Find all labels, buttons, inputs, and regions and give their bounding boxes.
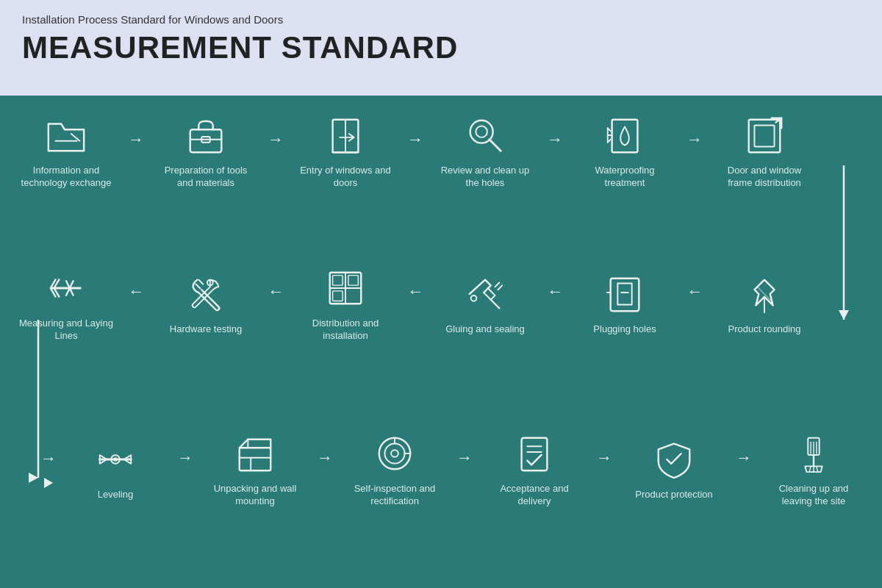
step-label: Cleaning up and leaving the site <box>766 483 861 508</box>
arrow-r3-1: → <box>177 448 193 467</box>
main-content: Information and technology exchange → Pr… <box>0 96 882 588</box>
self-inspect-icon <box>371 430 418 477</box>
measure-icon <box>43 265 90 312</box>
step-plugging: Plugging holes <box>566 270 684 336</box>
svg-line-55 <box>809 466 811 472</box>
step-label: Leveling <box>98 489 133 501</box>
process-row-2: Measuring and Laying Lines → Hardware te… <box>7 265 823 343</box>
arrow-r3-3: → <box>456 448 473 467</box>
step-gluing: Gluing and sealing <box>426 270 544 336</box>
frame-out-icon <box>741 112 788 159</box>
door-enter-icon <box>322 112 369 159</box>
folder-icon <box>43 112 90 159</box>
svg-line-10 <box>490 140 501 151</box>
level-icon <box>92 436 139 483</box>
step-tools-prep: Preparation of tools and materials <box>147 112 265 190</box>
step-label: Review and clean up the holes <box>437 165 533 190</box>
cleanup-icon <box>790 430 837 477</box>
step-label: Entry of windows and doors <box>298 165 393 190</box>
svg-rect-41 <box>240 448 271 470</box>
svg-line-1 <box>71 134 80 141</box>
svg-rect-2 <box>190 129 222 152</box>
step-leveling: Leveling <box>57 436 174 501</box>
arrow-left-5: → <box>686 283 703 302</box>
svg-point-11 <box>476 126 487 137</box>
step-label: Distribution and installation <box>298 318 393 343</box>
svg-rect-30 <box>333 276 343 286</box>
arrow-3: → <box>407 130 423 149</box>
process-row-1: Information and technology exchange → Pr… <box>7 112 823 190</box>
arrow-left-1: → <box>128 283 144 302</box>
svg-rect-12 <box>612 120 638 152</box>
step-label: Measuring and Laying Lines <box>18 318 114 343</box>
unpack-icon <box>232 430 279 477</box>
step-hardware: Hardware testing <box>147 270 265 336</box>
waterproof-icon <box>601 112 648 159</box>
shield-icon <box>650 436 698 483</box>
step-label: Self-inspection and rectification <box>347 483 442 508</box>
svg-rect-16 <box>754 125 774 146</box>
header-subtitle: Installation Process Standard for Window… <box>22 13 860 26</box>
step-waterproofing: Waterproofing treatment <box>566 112 684 190</box>
arrow-left-2: → <box>268 283 284 302</box>
svg-rect-31 <box>348 276 359 286</box>
step-label: Plugging holes <box>593 323 656 336</box>
accept-icon <box>511 430 558 477</box>
pin-icon <box>741 270 788 318</box>
arrow-1: → <box>128 130 144 149</box>
step-label: Product protection <box>635 489 713 501</box>
step-protection: Product protection <box>615 436 733 501</box>
step-measuring: Measuring and Laying Lines <box>7 265 125 343</box>
header: Installation Process Standard for Window… <box>0 0 882 96</box>
svg-point-47 <box>391 450 398 457</box>
step-label: Gluing and sealing <box>445 323 525 336</box>
arrow-r3-2: → <box>317 448 333 467</box>
process-row-3: → Leveling → <box>40 430 872 508</box>
step-acceptance: Acceptance and delivery <box>476 430 593 508</box>
step-entry-windows: Entry of windows and doors <box>287 112 404 190</box>
step-distribution: Distribution and installation <box>287 265 404 343</box>
svg-marker-21 <box>29 473 38 483</box>
svg-rect-50 <box>522 438 548 470</box>
header-title: MEASUREMENT STANDARD <box>22 30 860 65</box>
arrow-left-3: → <box>407 283 423 302</box>
arrow-left-4: → <box>547 283 563 302</box>
step-info-exchange: Information and technology exchange <box>7 112 125 190</box>
magnify-icon <box>462 112 509 159</box>
step-label: Waterproofing treatment <box>577 165 673 190</box>
svg-point-33 <box>471 295 477 301</box>
svg-rect-15 <box>749 120 781 152</box>
arrow-2: → <box>268 130 284 149</box>
svg-rect-32 <box>333 291 343 301</box>
step-unpacking: Unpacking and wall mounting <box>196 430 314 508</box>
arrow-4: → <box>547 130 563 149</box>
toolbox-icon <box>182 112 229 159</box>
arrow-r3-5: → <box>736 448 752 467</box>
plug-hole-icon <box>601 270 648 318</box>
svg-marker-20 <box>839 310 849 320</box>
step-rounding: Product rounding <box>706 270 823 336</box>
svg-line-57 <box>817 466 818 472</box>
svg-point-46 <box>384 443 404 463</box>
step-cleanup: Cleaning up and leaving the site <box>755 430 872 508</box>
arrow-5: → <box>686 130 703 149</box>
step-label: Preparation of tools and materials <box>158 165 254 190</box>
arrow-r3-4: → <box>596 448 612 467</box>
step-self-inspect: Self-inspection and rectification <box>336 430 453 508</box>
step-label: Acceptance and delivery <box>487 483 582 508</box>
glue-icon <box>462 270 509 318</box>
grid-install-icon <box>322 265 369 312</box>
step-label: Information and technology exchange <box>18 165 114 190</box>
step-label: Unpacking and wall mounting <box>207 483 303 508</box>
wrench-icon <box>182 270 229 318</box>
step-frame-dist: Door and window frame distribution <box>706 112 823 190</box>
step-review-holes: Review and clean up the holes <box>426 112 544 190</box>
step-label: Product rounding <box>728 323 800 336</box>
step-label: Hardware testing <box>170 323 242 336</box>
step-label: Door and window frame distribution <box>717 165 812 190</box>
